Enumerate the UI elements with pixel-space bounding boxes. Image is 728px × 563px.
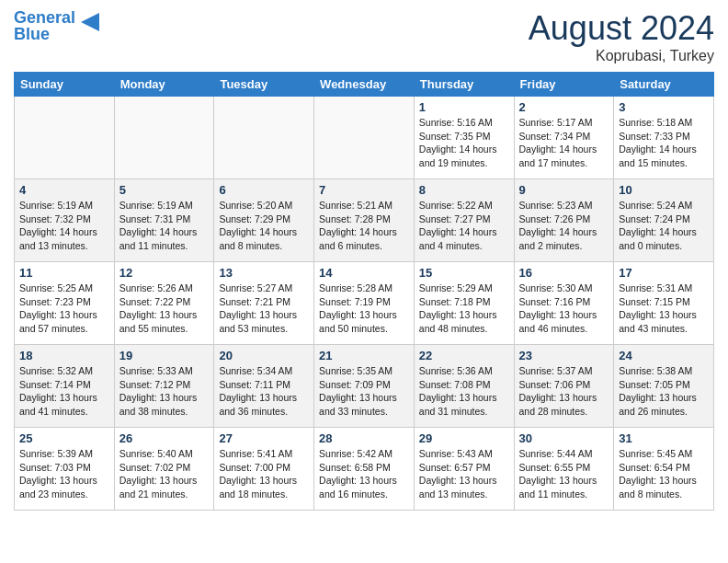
calendar-cell bbox=[114, 97, 214, 179]
cell-line: Sunrise: 5:35 AM bbox=[319, 364, 409, 378]
day-number: 12 bbox=[119, 266, 210, 280]
cell-line: and 15 minutes. bbox=[619, 156, 709, 170]
cell-line: Daylight: 13 hours bbox=[319, 391, 409, 405]
cell-line: Daylight: 13 hours bbox=[219, 308, 309, 322]
cell-line: Sunset: 6:58 PM bbox=[319, 461, 409, 475]
cell-line: Daylight: 13 hours bbox=[19, 391, 109, 405]
calendar-cell: 16Sunrise: 5:30 AMSunset: 7:16 PMDayligh… bbox=[514, 262, 614, 345]
cell-line: Sunset: 7:08 PM bbox=[419, 378, 509, 392]
cell-content: Sunrise: 5:35 AMSunset: 7:09 PMDaylight:… bbox=[319, 364, 409, 419]
cell-line: and 57 minutes. bbox=[19, 322, 109, 336]
weekday-header-tuesday: Tuesday bbox=[214, 73, 314, 97]
cell-content: Sunrise: 5:44 AMSunset: 6:55 PMDaylight:… bbox=[519, 447, 609, 501]
cell-line: and 26 minutes. bbox=[619, 405, 709, 419]
cell-line: Daylight: 13 hours bbox=[319, 308, 409, 322]
cell-content: Sunrise: 5:23 AMSunset: 7:26 PMDaylight:… bbox=[519, 199, 609, 253]
cell-line: and 48 minutes. bbox=[419, 322, 509, 336]
cell-content: Sunrise: 5:38 AMSunset: 7:05 PMDaylight:… bbox=[619, 364, 709, 419]
cell-line: Sunset: 7:28 PM bbox=[319, 213, 409, 226]
calendar-cell: 9Sunrise: 5:23 AMSunset: 7:26 PMDaylight… bbox=[514, 179, 614, 262]
cell-line: Daylight: 14 hours bbox=[19, 225, 109, 239]
cell-line: Sunrise: 5:19 AM bbox=[119, 199, 210, 213]
calendar-cell: 19Sunrise: 5:33 AMSunset: 7:12 PMDayligh… bbox=[114, 345, 214, 428]
day-number: 13 bbox=[219, 266, 309, 280]
cell-line: Daylight: 13 hours bbox=[319, 474, 409, 488]
svg-marker-0 bbox=[81, 13, 99, 31]
cell-line: Sunset: 7:14 PM bbox=[19, 378, 109, 392]
cell-line: and 46 minutes. bbox=[519, 322, 609, 336]
cell-content: Sunrise: 5:18 AMSunset: 7:33 PMDaylight:… bbox=[619, 116, 709, 170]
cell-line: Sunset: 7:24 PM bbox=[619, 213, 709, 226]
weekday-header-row: SundayMondayTuesdayWednesdayThursdayFrid… bbox=[15, 73, 714, 97]
calendar-cell: 13Sunrise: 5:27 AMSunset: 7:21 PMDayligh… bbox=[214, 262, 314, 345]
calendar-title: August 2024 bbox=[529, 9, 714, 48]
cell-line: Daylight: 13 hours bbox=[519, 308, 609, 322]
day-number: 10 bbox=[619, 183, 709, 197]
calendar-cell bbox=[15, 97, 115, 179]
cell-content: Sunrise: 5:20 AMSunset: 7:29 PMDaylight:… bbox=[219, 199, 309, 253]
cell-line: Sunset: 7:11 PM bbox=[219, 378, 309, 392]
day-number: 14 bbox=[319, 266, 409, 280]
day-number: 29 bbox=[419, 431, 509, 445]
cell-line: Sunrise: 5:39 AM bbox=[19, 447, 109, 461]
day-number: 24 bbox=[619, 349, 709, 362]
week-row-4: 18Sunrise: 5:32 AMSunset: 7:14 PMDayligh… bbox=[15, 345, 714, 428]
cell-line: Sunset: 7:33 PM bbox=[619, 130, 709, 144]
cell-line: and 23 minutes. bbox=[19, 488, 109, 501]
cell-line: Daylight: 14 hours bbox=[119, 225, 210, 239]
day-number: 25 bbox=[19, 431, 109, 445]
cell-line: Sunrise: 5:27 AM bbox=[219, 282, 309, 295]
cell-line: Sunset: 7:27 PM bbox=[419, 213, 509, 226]
cell-line: Sunrise: 5:23 AM bbox=[519, 199, 609, 213]
calendar-cell: 11Sunrise: 5:25 AMSunset: 7:23 PMDayligh… bbox=[15, 262, 115, 345]
cell-content: Sunrise: 5:37 AMSunset: 7:06 PMDaylight:… bbox=[519, 364, 609, 419]
day-number: 1 bbox=[419, 100, 509, 114]
cell-line: Sunrise: 5:36 AM bbox=[419, 364, 509, 378]
cell-line: Sunset: 7:26 PM bbox=[519, 213, 609, 226]
cell-line: Sunset: 7:19 PM bbox=[319, 295, 409, 309]
cell-line: Sunset: 7:03 PM bbox=[19, 461, 109, 475]
cell-line: and 17 minutes. bbox=[519, 156, 609, 170]
day-number: 6 bbox=[219, 183, 309, 197]
calendar-cell: 2Sunrise: 5:17 AMSunset: 7:34 PMDaylight… bbox=[514, 97, 614, 179]
week-row-2: 4Sunrise: 5:19 AMSunset: 7:32 PMDaylight… bbox=[15, 179, 714, 262]
calendar-cell bbox=[214, 97, 314, 179]
cell-line: Sunrise: 5:26 AM bbox=[119, 282, 210, 295]
calendar-cell: 1Sunrise: 5:16 AMSunset: 7:35 PMDaylight… bbox=[414, 97, 514, 179]
cell-line: Sunrise: 5:34 AM bbox=[219, 364, 309, 378]
cell-line: Sunrise: 5:25 AM bbox=[19, 282, 109, 295]
cell-line: and 19 minutes. bbox=[419, 156, 509, 170]
day-number: 11 bbox=[19, 266, 109, 280]
day-number: 23 bbox=[519, 349, 609, 362]
cell-line: and 8 minutes. bbox=[219, 239, 309, 253]
cell-line: Sunset: 7:23 PM bbox=[19, 295, 109, 309]
day-number: 21 bbox=[319, 349, 409, 362]
cell-line: Sunrise: 5:45 AM bbox=[619, 447, 709, 461]
cell-line: Sunrise: 5:19 AM bbox=[19, 199, 109, 213]
day-number: 16 bbox=[519, 266, 609, 280]
cell-line: Sunrise: 5:28 AM bbox=[319, 282, 409, 295]
cell-line: and 53 minutes. bbox=[219, 322, 309, 336]
cell-line: Daylight: 13 hours bbox=[119, 474, 210, 488]
calendar-cell: 10Sunrise: 5:24 AMSunset: 7:24 PMDayligh… bbox=[614, 179, 714, 262]
cell-line: Sunrise: 5:38 AM bbox=[619, 364, 709, 378]
cell-line: Daylight: 13 hours bbox=[419, 391, 509, 405]
cell-content: Sunrise: 5:39 AMSunset: 7:03 PMDaylight:… bbox=[19, 447, 109, 501]
calendar-table: SundayMondayTuesdayWednesdayThursdayFrid… bbox=[14, 72, 714, 511]
cell-content: Sunrise: 5:19 AMSunset: 7:32 PMDaylight:… bbox=[19, 199, 109, 253]
cell-line: Daylight: 14 hours bbox=[519, 225, 609, 239]
cell-content: Sunrise: 5:41 AMSunset: 7:00 PMDaylight:… bbox=[219, 447, 309, 501]
cell-line: Sunrise: 5:41 AM bbox=[219, 447, 309, 461]
cell-line: Daylight: 14 hours bbox=[619, 143, 709, 156]
logo-arrow-icon bbox=[77, 9, 103, 35]
calendar-cell: 7Sunrise: 5:21 AMSunset: 7:28 PMDaylight… bbox=[314, 179, 415, 262]
calendar-cell bbox=[314, 97, 415, 179]
cell-content: Sunrise: 5:31 AMSunset: 7:15 PMDaylight:… bbox=[619, 282, 709, 336]
cell-line: Sunrise: 5:43 AM bbox=[419, 447, 509, 461]
day-number: 26 bbox=[119, 431, 210, 445]
cell-line: Daylight: 13 hours bbox=[619, 474, 709, 488]
cell-line: Sunset: 7:35 PM bbox=[419, 130, 509, 144]
cell-line: Sunrise: 5:29 AM bbox=[419, 282, 509, 295]
cell-line: Sunrise: 5:17 AM bbox=[519, 116, 609, 130]
weekday-header-thursday: Thursday bbox=[414, 73, 514, 97]
